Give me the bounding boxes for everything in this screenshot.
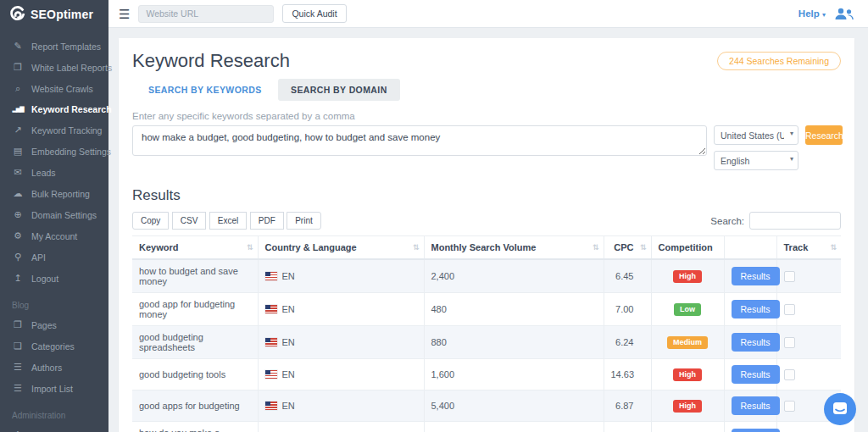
sidebar-item-website-crawls[interactable]: ⌕Website Crawls	[0, 78, 108, 99]
sidebar-item-logout[interactable]: ↥Logout	[0, 268, 108, 289]
sidebar-item-keyword-tracking[interactable]: ↗Keyword Tracking	[0, 119, 108, 141]
brand-logo[interactable]: SEOptimer	[0, 0, 108, 28]
keyword-research-icon: ▂▅▇	[12, 106, 24, 113]
volume-cell: 6,600	[424, 422, 604, 432]
results-cell: Results	[724, 359, 776, 390]
sidebar-item-label: Pages	[31, 320, 57, 330]
search-mode-tabs: SEARCH BY KEYWORDS SEARCH BY DOMAIN	[136, 79, 841, 101]
sidebar-item-embedding-settings[interactable]: ▤Embedding Settings	[0, 141, 108, 162]
column-header-label: Track	[784, 242, 809, 252]
search-controls: how make a budget, good budgeting, how t…	[132, 125, 841, 170]
results-button[interactable]: Results	[732, 267, 780, 285]
main-content: Keyword Research 244 Searches Remaining …	[108, 28, 868, 432]
column-header-cpc[interactable]: CPC⇅	[604, 236, 651, 260]
volume-cell: 2,400	[424, 259, 604, 293]
sidebar-item-categories[interactable]: ❏Categories	[0, 335, 108, 357]
sidebar-item-white-label-reports[interactable]: ❐White Label Reports	[0, 57, 108, 78]
table-search: Search:	[710, 212, 841, 230]
volume-cell: 880	[424, 326, 604, 359]
sidebar-item-report-templates[interactable]: ✎Report Templates	[0, 36, 108, 57]
results-button[interactable]: Results	[732, 396, 780, 415]
quick-audit-button[interactable]: Quick Audit	[282, 4, 346, 23]
white-label-reports-icon: ❐	[12, 62, 24, 73]
track-cell	[776, 326, 841, 359]
track-checkbox[interactable]	[784, 304, 795, 315]
country-select[interactable]: United States (US)	[714, 125, 798, 145]
column-header-label: Country & Language	[265, 242, 357, 252]
pdf-button[interactable]: PDF	[250, 212, 284, 230]
column-header-results	[724, 236, 776, 260]
track-checkbox[interactable]	[784, 369, 795, 380]
sidebar-item-leads[interactable]: ✉Leads	[0, 162, 108, 183]
sidebar-item-authors[interactable]: ☰Authors	[0, 357, 108, 378]
tab-search-by-domain[interactable]: SEARCH BY DOMAIN	[278, 79, 400, 101]
results-button[interactable]: Results	[732, 429, 780, 432]
table-search-input[interactable]	[749, 212, 841, 230]
competition-badge: High	[673, 400, 702, 413]
sidebar-item-import-list[interactable]: ☰Import List	[0, 378, 108, 399]
seoptimer-logo-icon	[9, 6, 25, 22]
results-button[interactable]: Results	[732, 333, 780, 352]
website-url-input[interactable]	[138, 5, 274, 23]
print-button[interactable]: Print	[287, 212, 321, 230]
us-flag-icon	[265, 402, 277, 410]
language-code: EN	[282, 401, 295, 411]
api-icon: ⚲	[12, 252, 24, 263]
sidebar-item-pages[interactable]: ❐Pages	[0, 314, 108, 335]
column-header-monthly-search-volume[interactable]: Monthly Search Volume⇅	[424, 236, 604, 260]
help-menu[interactable]: Help ▾	[798, 8, 826, 19]
column-header-label: Keyword	[139, 242, 178, 252]
brand-name: SEOptimer	[31, 8, 93, 21]
keyword-tracking-icon: ↗	[12, 125, 24, 136]
results-cell: Results	[724, 259, 776, 293]
sidebar-item-keyword-research[interactable]: ▂▅▇Keyword Research	[0, 99, 108, 119]
sidebar-item-bulk-reporting[interactable]: ☁Bulk Reporting	[0, 183, 108, 204]
results-button[interactable]: Results	[732, 300, 780, 318]
country-cell: EN	[258, 293, 424, 326]
sidebar: SEOptimer ✎Report Templates❐White Label …	[0, 0, 108, 432]
country-cell: EN	[258, 259, 424, 293]
results-cell: Results	[724, 326, 776, 359]
column-header-keyword[interactable]: Keyword⇅	[132, 236, 258, 260]
track-checkbox[interactable]	[784, 271, 795, 282]
embedding-settings-icon: ▤	[12, 146, 24, 157]
sidebar-item-api[interactable]: ⚲API	[0, 246, 108, 268]
keywords-input[interactable]: how make a budget, good budgeting, how t…	[132, 125, 707, 156]
sidebar-item-reseller-settings[interactable]: ♟Reseller Settings	[0, 424, 108, 432]
chat-bubble-button[interactable]	[824, 393, 856, 425]
cpc-cell: 6.24	[604, 326, 651, 359]
column-header-label: CPC	[614, 242, 633, 252]
pages-icon: ❐	[12, 319, 24, 330]
research-button[interactable]: Research	[805, 125, 843, 145]
tab-search-by-keywords[interactable]: SEARCH BY KEYWORDS	[136, 79, 275, 101]
excel-button[interactable]: Excel	[209, 212, 247, 230]
sidebar-item-domain-settings[interactable]: ⊕Domain Settings	[0, 204, 108, 225]
cpc-cell: 14.63	[604, 359, 651, 390]
column-header-track[interactable]: Track⇅	[776, 236, 841, 260]
competition-badge: Medium	[667, 336, 708, 349]
sidebar-item-label: Domain Settings	[31, 210, 97, 220]
us-flag-icon	[265, 338, 277, 346]
track-checkbox[interactable]	[784, 337, 795, 348]
track-checkbox[interactable]	[784, 401, 795, 412]
keyword-cell: good app for budgeting money	[132, 293, 258, 326]
copy-button[interactable]: Copy	[132, 212, 169, 230]
sidebar-item-my-account[interactable]: ⚙My Account	[0, 225, 108, 246]
menu-icon[interactable]: ☰	[119, 8, 130, 20]
country-select-wrap: United States (US) ▾	[714, 125, 798, 145]
account-users-icon[interactable]	[834, 8, 854, 20]
column-header-label: Monthly Search Volume	[431, 242, 537, 252]
searches-remaining-badge: 244 Searches Remaining	[717, 52, 841, 70]
csv-button[interactable]: CSV	[172, 212, 207, 230]
language-select[interactable]: English	[714, 151, 798, 170]
language-code: EN	[282, 304, 295, 314]
export-button-group: Copy CSV Excel PDF Print	[132, 212, 321, 230]
column-header-country-language[interactable]: Country & Language⇅	[258, 236, 424, 260]
language-select-wrap: English ▾	[714, 151, 798, 170]
table-header-row: Keyword⇅Country & Language⇅Monthly Searc…	[132, 236, 841, 260]
results-button[interactable]: Results	[732, 365, 780, 384]
table-row: how do you make a budgetEN6,6004.96Mediu…	[132, 422, 841, 432]
results-cell: Results	[724, 422, 776, 432]
keyword-cell: good budgeting tools	[132, 359, 258, 390]
sidebar-item-label: Embedding Settings	[31, 147, 111, 157]
